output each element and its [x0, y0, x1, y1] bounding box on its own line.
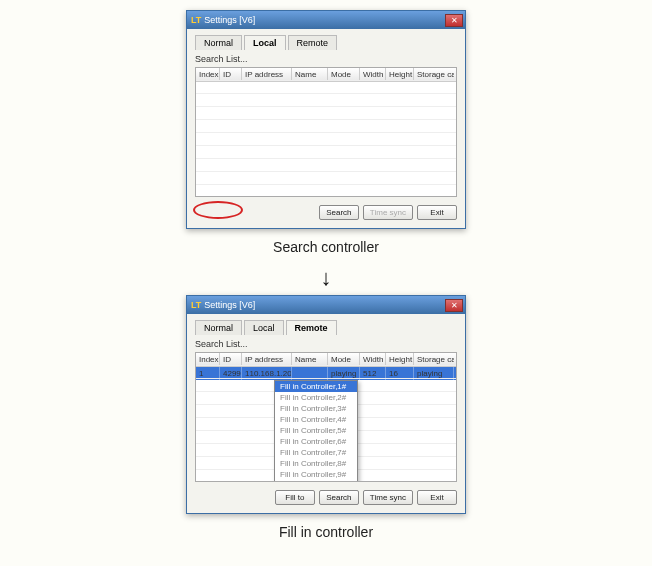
search-button[interactable]: Search	[319, 490, 359, 505]
search-listview[interactable]: Index ID IP address Name Mode Width Heig…	[195, 67, 457, 197]
close-icon[interactable]: ✕	[445, 299, 463, 312]
menu-item[interactable]: Fill in Controller,3#	[275, 403, 357, 414]
tabs: Normal Local Remote	[195, 35, 457, 50]
app-icon: LT	[191, 300, 201, 310]
menu-item[interactable]: Fill in Controller,2#	[275, 392, 357, 403]
context-menu[interactable]: Fill in Controller,1# Fill in Controller…	[274, 380, 358, 482]
settings-window-2: LT Settings [V6] ✕ Normal Local Remote S…	[186, 295, 466, 514]
menu-item[interactable]: Fill in Controller,9#	[275, 469, 357, 480]
menu-item[interactable]: Fill in Controller,7#	[275, 447, 357, 458]
col-storage[interactable]: Storage card	[414, 353, 454, 366]
titlebar: LT Settings [V6] ✕	[187, 296, 465, 314]
col-height[interactable]: Height	[386, 353, 414, 366]
col-index[interactable]: Index	[196, 353, 220, 366]
col-mode[interactable]: Mode	[328, 353, 360, 366]
tab-local[interactable]: Local	[244, 35, 286, 50]
menu-item[interactable]: Fill in Controller,4#	[275, 414, 357, 425]
col-mode[interactable]: Mode	[328, 68, 360, 81]
cell-id: 4299	[220, 367, 242, 380]
app-icon: LT	[191, 15, 201, 25]
cell-index: 1	[196, 367, 220, 380]
caption-search-controller: Search controller	[273, 239, 379, 255]
search-button[interactable]: Search	[319, 205, 359, 220]
menu-item[interactable]: Fill in Controller,6#	[275, 436, 357, 447]
col-id[interactable]: ID	[220, 68, 242, 81]
exit-button[interactable]: Exit	[417, 490, 457, 505]
col-width[interactable]: Width	[360, 68, 386, 81]
cell-ip: 110.168.1.201	[242, 367, 292, 380]
menu-item[interactable]: Fill in Controller,10#	[275, 480, 357, 482]
tabs: Normal Local Remote	[195, 320, 457, 335]
listview-header: Index ID IP address Name Mode Width Heig…	[196, 68, 456, 82]
menu-item[interactable]: Fill in Controller,8#	[275, 458, 357, 469]
highlight-ellipse-icon	[193, 201, 243, 219]
col-name[interactable]: Name	[292, 353, 328, 366]
search-listview[interactable]: Index ID IP address Name Mode Width Heig…	[195, 352, 457, 482]
tab-normal[interactable]: Normal	[195, 320, 242, 335]
cell-storage: playing	[414, 367, 454, 380]
cell-width: 512	[360, 367, 386, 380]
tab-remote[interactable]: Remote	[286, 320, 337, 335]
table-row[interactable]: 1 4299 110.168.1.201 playing 512 16 play…	[196, 367, 456, 380]
col-storage[interactable]: Storage card	[414, 68, 454, 81]
tab-normal[interactable]: Normal	[195, 35, 242, 50]
tab-local[interactable]: Local	[244, 320, 284, 335]
col-width[interactable]: Width	[360, 353, 386, 366]
settings-window-1: LT Settings [V6] ✕ Normal Local Remote S…	[186, 10, 466, 229]
listview-header: Index ID IP address Name Mode Width Heig…	[196, 353, 456, 367]
fill-to-button[interactable]: Fill to	[275, 490, 315, 505]
search-list-label: Search List...	[195, 339, 457, 349]
menu-item[interactable]: Fill in Controller,1#	[275, 381, 357, 392]
tab-remote[interactable]: Remote	[288, 35, 338, 50]
window-title: Settings [V6]	[204, 15, 255, 25]
menu-item[interactable]: Fill in Controller,5#	[275, 425, 357, 436]
button-row: Search Time sync Exit	[195, 205, 457, 220]
col-id[interactable]: ID	[220, 353, 242, 366]
button-row: Fill to Search Time sync Exit	[195, 490, 457, 505]
search-list-label: Search List...	[195, 54, 457, 64]
col-ip[interactable]: IP address	[242, 68, 292, 81]
caption-fill-in-controller: Fill in controller	[279, 524, 373, 540]
col-height[interactable]: Height	[386, 68, 414, 81]
titlebar: LT Settings [V6] ✕	[187, 11, 465, 29]
col-index[interactable]: Index	[196, 68, 220, 81]
col-ip[interactable]: IP address	[242, 353, 292, 366]
cell-height: 16	[386, 367, 414, 380]
exit-button[interactable]: Exit	[417, 205, 457, 220]
cell-mode: playing	[328, 367, 360, 380]
down-arrow-icon: ↓	[321, 267, 332, 289]
close-icon[interactable]: ✕	[445, 14, 463, 27]
col-name[interactable]: Name	[292, 68, 328, 81]
time-sync-button: Time sync	[363, 205, 413, 220]
time-sync-button[interactable]: Time sync	[363, 490, 413, 505]
window-title: Settings [V6]	[204, 300, 255, 310]
cell-name	[292, 367, 328, 380]
